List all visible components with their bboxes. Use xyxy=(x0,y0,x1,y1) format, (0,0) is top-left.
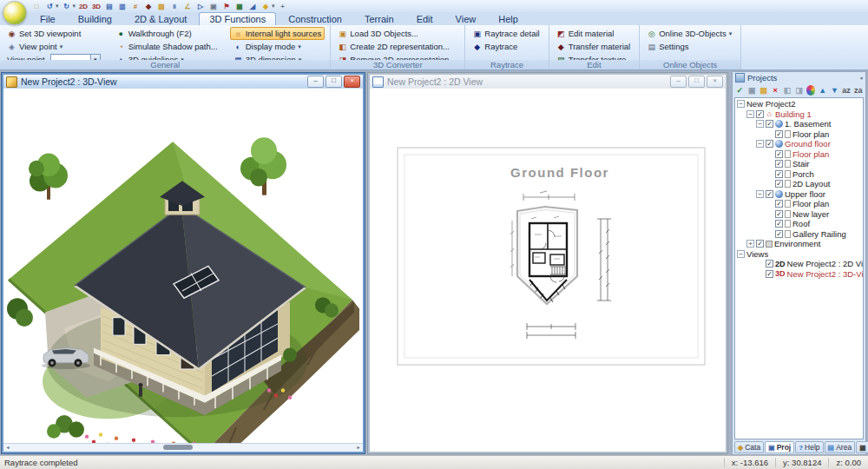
checkbox[interactable]: ✓ xyxy=(766,140,773,148)
checkbox[interactable]: ✓ xyxy=(766,120,773,128)
panel-tab-com[interactable]: ▦Com xyxy=(856,441,868,453)
view-3d-icon[interactable]: 3D xyxy=(91,2,102,11)
undo-icon[interactable]: ↺ xyxy=(44,2,55,11)
2d-viewport[interactable]: Ground Floor xyxy=(370,89,726,452)
menu-tab-3d-functions[interactable]: 3D Functions xyxy=(199,12,276,25)
copy-icon[interactable]: ◧ xyxy=(783,85,792,96)
panel-tab-area[interactable]: ▤Area xyxy=(825,441,856,453)
scrollbar-thumb[interactable] xyxy=(163,445,193,450)
tile-vertical-icon[interactable]: ▥ xyxy=(117,2,128,11)
menu-tab-file[interactable]: File xyxy=(30,12,66,25)
select-tool-icon[interactable]: ▷ xyxy=(195,2,206,11)
ribbon-button-create-2d-representation[interactable]: ◧Create 2D representation... xyxy=(334,40,459,53)
folder-tool-icon[interactable]: ◆ xyxy=(260,2,271,11)
scroll-left-icon[interactable]: ◂ xyxy=(3,444,12,451)
tree-item-upper-floor[interactable]: −✓Upper floor xyxy=(735,189,863,200)
columns-tool-icon[interactable]: ‖ xyxy=(169,2,180,11)
new-folder-icon[interactable]: ▤ xyxy=(759,85,768,96)
apply-check-icon[interactable]: ✓ xyxy=(735,85,745,96)
tree-item-floor-plan[interactable]: ✓Floor plan xyxy=(735,199,863,209)
restore-button[interactable]: □ xyxy=(688,76,705,88)
collapse-icon[interactable]: − xyxy=(737,100,745,108)
ribbon-button-edit-material[interactable]: ◩Edit material xyxy=(553,27,634,40)
redo-icon[interactable]: ↻ xyxy=(62,2,72,11)
checkbox[interactable]: ✓ xyxy=(775,130,783,138)
scroll-right-icon[interactable]: ▸ xyxy=(354,444,363,451)
light-tool-icon[interactable]: ▨ xyxy=(156,2,167,11)
tree-item-floor-plan[interactable]: ✓Floor plan xyxy=(735,129,863,140)
checkbox[interactable]: ✓ xyxy=(766,190,773,198)
checkbox[interactable]: ✓ xyxy=(775,180,783,188)
flag-tool-icon[interactable]: ⚑ xyxy=(221,2,232,11)
collapse-icon[interactable]: − xyxy=(756,120,764,128)
measure-tool-icon[interactable]: ∠ xyxy=(182,2,193,11)
undo-dropdown-icon[interactable]: ▾ xyxy=(56,3,59,10)
export-tool-icon[interactable]: ▣ xyxy=(208,2,219,11)
menu-tab-building[interactable]: Building xyxy=(68,12,122,25)
collapse-icon[interactable]: − xyxy=(756,190,764,198)
move-down-icon[interactable]: ▼ xyxy=(830,85,839,96)
ribbon-button-settings[interactable]: ▤Settings xyxy=(643,40,735,53)
ribbon-button-online-3d-objects[interactable]: ◎Online 3D-Objects▾ xyxy=(643,27,735,40)
menu-tab-edit[interactable]: Edit xyxy=(406,12,444,25)
menu-tab-help[interactable]: Help xyxy=(488,12,529,25)
tree-item-floor-plan[interactable]: ✓Floor plan xyxy=(735,149,863,160)
tree-item-1-basement[interactable]: −✓1. Basement xyxy=(735,119,863,129)
ribbon-button-view-point[interactable]: ◈View point▾ xyxy=(3,40,104,53)
edit-project-icon[interactable]: ▣ xyxy=(747,85,757,96)
ribbon-button-walkthrough-f2[interactable]: ●Walkthrough (F2) xyxy=(113,27,221,40)
checkbox[interactable]: ✓ xyxy=(756,110,764,118)
checkbox[interactable]: ✓ xyxy=(766,270,773,278)
checkbox[interactable]: ✓ xyxy=(775,210,783,218)
menu-tab-construction[interactable]: Construction xyxy=(278,12,352,25)
tree-item-porch[interactable]: ✓Porch xyxy=(735,169,863,180)
ribbon-button-transfer-material[interactable]: ◆Transfer material xyxy=(553,40,634,53)
checkbox[interactable]: ✓ xyxy=(775,150,783,158)
checkbox[interactable]: ✓ xyxy=(775,230,783,238)
move-up-icon[interactable]: ▲ xyxy=(818,85,827,96)
collapse-icon[interactable]: − xyxy=(737,250,745,258)
menu-tab-terrain[interactable]: Terrain xyxy=(354,12,404,25)
delete-icon[interactable]: × xyxy=(771,85,780,96)
collapse-icon[interactable]: − xyxy=(756,140,764,148)
redo-dropdown-icon[interactable]: ▾ xyxy=(73,3,76,10)
checkbox[interactable]: ✓ xyxy=(775,170,783,178)
menu-tab-2d-layout[interactable]: 2D & Layout xyxy=(124,12,198,25)
checkbox[interactable]: ✓ xyxy=(766,260,773,268)
close-button[interactable]: × xyxy=(707,76,723,88)
ribbon-button-raytrace-detail[interactable]: ▣Raytrace detail xyxy=(469,27,542,40)
ribbon-button-set-3d-viewpoint[interactable]: ◉Set 3D viewpoint xyxy=(3,27,104,40)
tree-item-roof[interactable]: ✓Roof xyxy=(735,219,863,229)
new-document-icon[interactable]: □ xyxy=(31,2,42,11)
tree-item-views[interactable]: −Views xyxy=(735,249,863,260)
horizontal-scrollbar[interactable]: ◂ ▸ xyxy=(3,443,363,452)
ribbon-button-simulate-shadow-path[interactable]: ◔Simulate Shadow path... xyxy=(113,40,221,53)
ribbon-button-internal-light-sources[interactable]: ☼Internal light sources xyxy=(230,27,326,40)
ribbon-button-load-3d-objects[interactable]: ▣Load 3D Objects... xyxy=(334,27,459,40)
close-button[interactable]: × xyxy=(344,76,360,88)
checkbox[interactable]: ✓ xyxy=(775,220,783,228)
tree-item-ground-floor[interactable]: −✓Ground floor xyxy=(735,139,863,149)
window-2d-titlebar[interactable]: New Project2 : 2D View – □ × xyxy=(370,75,726,89)
folder-tool-dropdown-icon[interactable]: ▾ xyxy=(272,3,275,10)
roof-tool-icon[interactable]: ◆ xyxy=(143,2,154,11)
menu-tab-view[interactable]: View xyxy=(445,12,487,25)
panel-tab-help[interactable]: ?Help xyxy=(795,441,823,453)
tree-item-3d-new-project2-3d-view[interactable]: ✓3DNew Project2 : 3D-View xyxy=(735,269,863,280)
panel-tab-proj[interactable]: ▣Proj xyxy=(765,441,794,453)
expand-icon[interactable]: + xyxy=(746,240,754,248)
pin-icon[interactable]: ▪ xyxy=(860,74,863,83)
view-2d-icon[interactable]: 2D xyxy=(78,2,89,11)
tree-item-gallery-railing[interactable]: ✓Gallery Railing xyxy=(735,229,863,240)
restore-button[interactable]: □ xyxy=(326,76,342,88)
minimize-button[interactable]: – xyxy=(307,76,324,88)
panel-tab-cata[interactable]: ◆Cata xyxy=(734,441,764,453)
ribbon-button-raytrace[interactable]: ◆Raytrace xyxy=(469,40,542,53)
checkbox[interactable]: ✓ xyxy=(775,200,783,208)
tree-item-environment[interactable]: +✓Environment xyxy=(735,239,863,249)
tree-item-stair[interactable]: ✓Stair xyxy=(735,159,863,169)
minimize-button[interactable]: – xyxy=(670,76,687,88)
window-3d-titlebar[interactable]: New Project2 : 3D-View – □ × xyxy=(3,75,363,89)
tree-item-new-layer[interactable]: ✓New layer xyxy=(735,209,863,220)
table-tool-icon[interactable]: ▦ xyxy=(234,2,245,11)
